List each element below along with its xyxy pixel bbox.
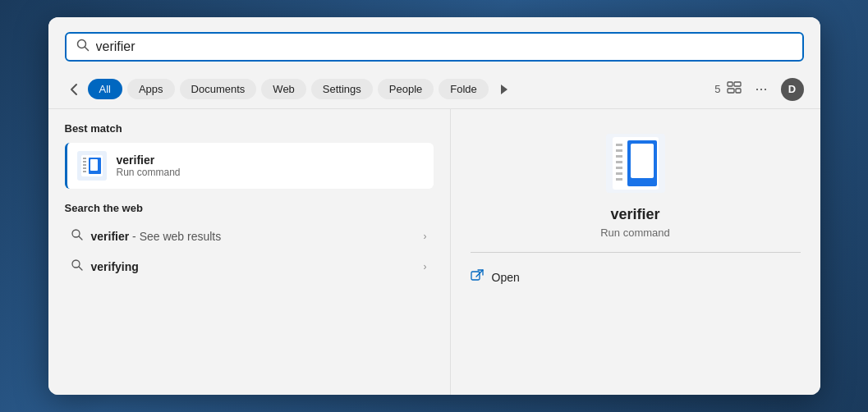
verifier-icon-small bbox=[77, 151, 107, 181]
taskbar-count: 5 bbox=[714, 83, 720, 95]
svg-rect-22 bbox=[616, 149, 622, 152]
divider bbox=[471, 252, 801, 253]
svg-rect-11 bbox=[83, 167, 86, 169]
search-bar-area bbox=[48, 17, 820, 70]
filter-settings[interactable]: Settings bbox=[311, 79, 373, 99]
main-content: Best match bbox=[48, 109, 820, 395]
chevron-right-icon-1: › bbox=[424, 261, 427, 272]
taskbar-icons: 5 ··· D bbox=[714, 76, 803, 102]
more-filters-play-button[interactable] bbox=[494, 80, 515, 99]
filter-folders[interactable]: Folde bbox=[439, 79, 489, 99]
back-button[interactable] bbox=[65, 80, 83, 99]
verifier-icon-large bbox=[606, 134, 665, 193]
svg-rect-4 bbox=[728, 89, 734, 93]
search-input-wrapper bbox=[65, 32, 804, 62]
svg-rect-5 bbox=[736, 89, 741, 93]
filter-bar: All Apps Documents Web Settings People F… bbox=[48, 70, 820, 109]
svg-rect-25 bbox=[616, 167, 622, 169]
web-section-title: Search the web bbox=[65, 202, 434, 214]
open-icon bbox=[471, 269, 484, 286]
filter-people[interactable]: People bbox=[378, 79, 434, 99]
app-name-large: verifier bbox=[610, 206, 659, 223]
svg-rect-23 bbox=[616, 155, 622, 158]
search-input[interactable] bbox=[96, 39, 792, 54]
app-icon-large-wrapper bbox=[606, 134, 665, 196]
taskbar-apps-icon bbox=[727, 81, 742, 98]
chevron-right-icon-0: › bbox=[424, 231, 427, 242]
svg-line-16 bbox=[79, 236, 82, 240]
web-result-item-0[interactable]: verifier - See web results › bbox=[65, 221, 434, 251]
search-icon bbox=[76, 39, 90, 55]
filter-all[interactable]: All bbox=[88, 79, 122, 99]
svg-rect-26 bbox=[616, 172, 622, 175]
svg-rect-30 bbox=[471, 272, 480, 280]
svg-line-1 bbox=[85, 48, 88, 51]
svg-rect-3 bbox=[734, 82, 741, 86]
right-panel: verifier Run command Open bbox=[451, 109, 820, 395]
user-avatar[interactable]: D bbox=[781, 78, 804, 101]
svg-rect-9 bbox=[83, 161, 86, 163]
filter-documents[interactable]: Documents bbox=[180, 79, 257, 99]
web-result-text-0: verifier - See web results bbox=[91, 230, 416, 243]
web-search-icon-0 bbox=[71, 229, 83, 243]
svg-rect-14 bbox=[90, 159, 98, 171]
best-match-text: verifier Run command bbox=[117, 153, 181, 178]
svg-line-18 bbox=[79, 267, 82, 270]
open-action-row[interactable]: Open bbox=[471, 264, 801, 291]
svg-rect-24 bbox=[616, 161, 622, 163]
best-match-title: Best match bbox=[65, 122, 434, 135]
filter-web[interactable]: Web bbox=[261, 79, 306, 99]
svg-rect-12 bbox=[83, 171, 86, 172]
filter-apps[interactable]: Apps bbox=[127, 79, 175, 99]
web-result-item-1[interactable]: verifying › bbox=[65, 251, 434, 282]
best-match-name: verifier bbox=[117, 153, 181, 167]
svg-rect-10 bbox=[83, 164, 86, 166]
open-label[interactable]: Open bbox=[492, 271, 520, 284]
best-match-item[interactable]: verifier Run command bbox=[65, 143, 434, 189]
svg-rect-21 bbox=[616, 144, 622, 146]
svg-rect-29 bbox=[631, 144, 654, 178]
svg-rect-8 bbox=[83, 158, 86, 159]
svg-rect-2 bbox=[728, 82, 733, 86]
web-result-text-1: verifying bbox=[91, 260, 416, 273]
app-subtitle-large: Run command bbox=[600, 227, 670, 239]
search-window: All Apps Documents Web Settings People F… bbox=[48, 17, 820, 395]
overflow-menu-button[interactable]: ··· bbox=[748, 76, 774, 102]
left-panel: Best match bbox=[48, 109, 451, 395]
web-search-icon-1 bbox=[71, 259, 83, 273]
svg-rect-27 bbox=[616, 178, 622, 181]
best-match-subtitle: Run command bbox=[117, 167, 181, 178]
